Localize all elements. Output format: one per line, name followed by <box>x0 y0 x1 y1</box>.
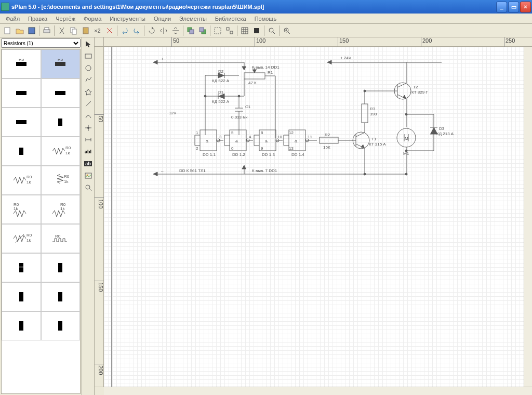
svg-text:R3: R3 <box>370 107 376 111</box>
menu-help[interactable]: Помощь <box>251 15 281 23</box>
bezier-tool[interactable] <box>83 110 94 122</box>
line-tool[interactable] <box>83 98 94 110</box>
svg-point-213 <box>364 90 366 92</box>
undo-button[interactable] <box>119 25 130 36</box>
vertical-scrollbar[interactable] <box>524 47 532 387</box>
measure-tool[interactable] <box>83 182 94 193</box>
rect-tool[interactable] <box>83 50 94 62</box>
canvas[interactable]: + К выв. 14 DD1 D2 КД 522 А <box>104 47 524 387</box>
lib-item[interactable] <box>2 108 41 137</box>
lib-item[interactable]: R01k <box>41 137 81 166</box>
window-title: sPlan 5.0 - [c:\documents and settings\1… <box>11 4 496 10</box>
svg-text:DD К 561 ТЛ1: DD К 561 ТЛ1 <box>179 168 206 173</box>
grid-button[interactable] <box>239 25 250 36</box>
menu-edit[interactable]: Правка <box>24 15 51 23</box>
minimize-button[interactable]: _ <box>496 2 507 12</box>
back-button[interactable] <box>197 25 208 36</box>
svg-text:КТ 315 А: КТ 315 А <box>369 142 386 147</box>
lib-item[interactable] <box>41 311 81 340</box>
svg-rect-11 <box>200 28 204 32</box>
lib-item[interactable] <box>2 311 41 340</box>
lib-item[interactable]: R01k <box>41 166 81 195</box>
svg-text:1k: 1k <box>26 238 31 243</box>
new-button[interactable] <box>2 25 14 36</box>
svg-rect-31 <box>55 91 65 95</box>
group-button[interactable] <box>212 25 223 36</box>
svg-text:+ 24V: + 24V <box>340 56 352 60</box>
svg-point-216 <box>405 150 407 152</box>
library-sidebar: Resistors (1) R0R0 R01k R01kR01k R01kR01… <box>0 37 82 395</box>
svg-text:C1: C1 <box>245 104 251 109</box>
svg-text:DD 1.1: DD 1.1 <box>203 152 216 157</box>
lib-item[interactable] <box>2 78 41 108</box>
dimension-tool[interactable] <box>83 134 94 146</box>
menu-elements[interactable]: Элементы <box>176 15 210 23</box>
svg-rect-80 <box>85 54 91 58</box>
snap-button[interactable] <box>251 25 262 36</box>
lib-item[interactable] <box>41 78 81 108</box>
svg-point-219 <box>238 95 240 97</box>
lib-item[interactable] <box>41 108 81 137</box>
mirror-h-button[interactable] <box>158 25 169 36</box>
library-grid[interactable]: R0R0 R01k R01kR01k R01kR01k R01kR0 <box>1 49 81 394</box>
front-button[interactable] <box>185 25 196 36</box>
copy-button[interactable] <box>68 25 79 36</box>
menu-library[interactable]: Библиотека <box>211 15 250 23</box>
lib-item[interactable] <box>41 282 81 311</box>
menu-file[interactable]: Файл <box>2 15 23 23</box>
toolbar: ×2 <box>0 24 532 37</box>
lib-item[interactable] <box>2 282 41 311</box>
svg-rect-23 <box>55 62 65 66</box>
lib-item[interactable]: R01k <box>2 195 41 224</box>
horizontal-scrollbar[interactable] <box>95 387 532 395</box>
svg-text:&: & <box>295 139 298 143</box>
text-tool[interactable]: abl <box>83 146 94 157</box>
svg-rect-75 <box>19 321 23 331</box>
delete-button[interactable] <box>104 25 115 36</box>
lib-item[interactable]: R0 <box>41 49 81 78</box>
lib-item[interactable]: R01k <box>41 195 81 224</box>
svg-text:4: 4 <box>249 135 251 139</box>
svg-rect-61 <box>19 266 23 268</box>
svg-text:&: & <box>235 139 238 143</box>
menu-tools[interactable]: Инструменты <box>106 15 149 23</box>
mirror-v-button[interactable] <box>170 25 181 36</box>
search-button[interactable] <box>266 25 277 36</box>
svg-text:47 К: 47 К <box>248 81 257 85</box>
open-button[interactable] <box>14 25 25 36</box>
menu-options[interactable]: Опции <box>150 15 175 23</box>
pointer-tool[interactable] <box>83 38 94 50</box>
lib-item[interactable] <box>2 253 41 282</box>
lib-item[interactable]: R0 <box>41 224 81 253</box>
svg-rect-12 <box>215 28 221 34</box>
zoom-button[interactable] <box>281 25 292 36</box>
menu-form[interactable]: Форма <box>80 15 105 23</box>
maximize-button[interactable]: ▭ <box>508 2 519 12</box>
lib-item[interactable] <box>41 253 81 282</box>
svg-text:КТ 829 Г: КТ 829 Г <box>411 90 428 95</box>
redo-button[interactable] <box>131 25 142 36</box>
special-tool[interactable] <box>83 86 94 98</box>
save-button[interactable] <box>26 25 37 36</box>
junction-tool[interactable] <box>83 122 94 134</box>
svg-text:1k: 1k <box>65 151 70 155</box>
ungroup-button[interactable] <box>224 25 235 36</box>
lib-item[interactable]: R0 <box>2 49 41 78</box>
textblock-tool[interactable]: ab <box>83 158 94 169</box>
poly-tool[interactable] <box>83 74 94 86</box>
lib-item[interactable]: R01k <box>2 166 41 195</box>
lib-item[interactable] <box>2 137 41 166</box>
image-tool[interactable] <box>83 170 94 181</box>
lib-item[interactable]: R01k <box>2 224 41 253</box>
duplicate-button[interactable]: ×2 <box>92 25 103 36</box>
print-button[interactable] <box>41 25 52 36</box>
svg-rect-0 <box>5 28 10 34</box>
library-select[interactable]: Resistors (1) <box>1 38 81 48</box>
titlebar: sPlan 5.0 - [c:\documents and settings\1… <box>0 0 532 14</box>
rotate-button[interactable] <box>146 25 157 36</box>
circle-tool[interactable] <box>83 62 94 74</box>
close-button[interactable]: × <box>520 2 531 12</box>
menu-drawing[interactable]: Чертёж <box>52 15 79 23</box>
paste-button[interactable] <box>80 25 91 36</box>
cut-button[interactable] <box>56 25 68 36</box>
